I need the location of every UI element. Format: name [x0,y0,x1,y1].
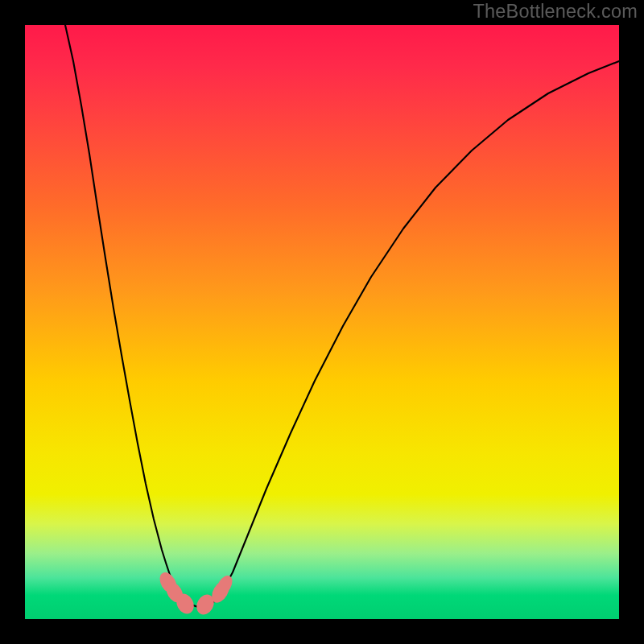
watermark-text: TheBottleneck.com [473,1,638,23]
chart-frame: TheBottleneck.com [0,0,644,644]
plot-area [25,25,619,619]
bottleneck-curve [65,25,619,607]
chart-svg [25,25,619,619]
curve-markers [156,569,235,617]
